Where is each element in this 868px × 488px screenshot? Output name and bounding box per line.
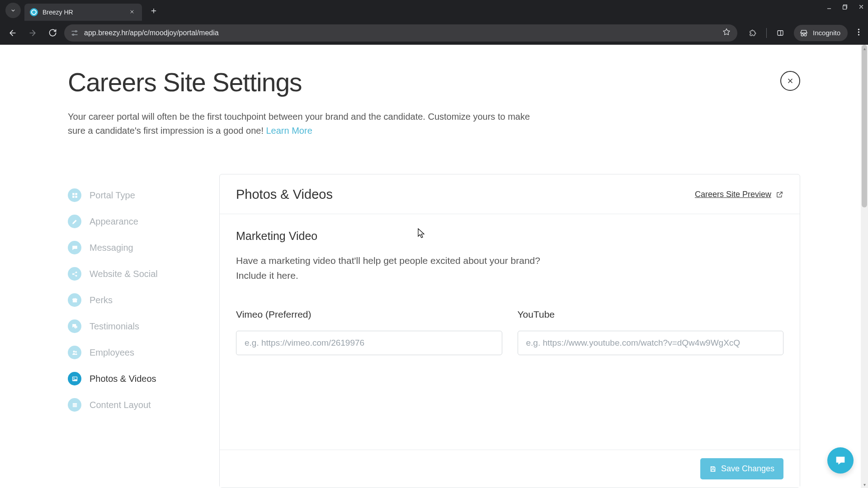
- page-header: Careers Site Settings Your career portal…: [68, 67, 800, 138]
- grid-icon: [68, 188, 81, 202]
- browser-menu-button[interactable]: [854, 28, 863, 38]
- card-body: Marketing Video Have a marketing video t…: [220, 214, 800, 488]
- svg-rect-1: [843, 5, 847, 9]
- youtube-label: YouTube: [518, 309, 784, 320]
- maximize-button[interactable]: [842, 4, 848, 10]
- bookmark-button[interactable]: [722, 28, 731, 38]
- card-header: Photos & Videos Careers Site Preview: [220, 174, 800, 214]
- list-icon: [68, 398, 81, 412]
- svg-rect-12: [75, 193, 77, 195]
- tab-strip: Breezy HR: [0, 0, 868, 21]
- svg-point-9: [858, 31, 859, 33]
- sidebar-item-portal-type[interactable]: Portal Type: [68, 182, 206, 208]
- comments-icon: [68, 319, 81, 333]
- incognito-label: Incognito: [813, 29, 840, 37]
- card-heading: Photos & Videos: [236, 187, 333, 202]
- browser-tab[interactable]: Breezy HR: [24, 4, 142, 21]
- window-controls: [826, 4, 864, 10]
- external-link-icon: [776, 191, 783, 198]
- svg-rect-26: [73, 406, 77, 407]
- arrow-left-icon: [8, 28, 17, 38]
- sidebar-item-photos-videos[interactable]: Photos & Videos: [68, 366, 206, 392]
- learn-more-link[interactable]: Learn More: [266, 126, 312, 136]
- sidebar-item-label: Photos & Videos: [90, 374, 156, 384]
- svg-point-8: [858, 28, 859, 30]
- svg-point-23: [73, 378, 74, 379]
- back-button[interactable]: [5, 25, 21, 41]
- sidepanel-icon: [776, 29, 784, 37]
- sidebar-item-label: Content Layout: [90, 400, 151, 410]
- chat-icon: [68, 241, 81, 254]
- sidebar-item-label: Messaging: [90, 243, 133, 253]
- save-changes-button[interactable]: Save Changes: [700, 458, 783, 479]
- vimeo-input[interactable]: [236, 331, 502, 355]
- sidebar-item-employees[interactable]: Employees: [68, 339, 206, 366]
- browser-chrome: Breezy HR app.breezy.hr/app/c/moodjoy/po…: [0, 0, 868, 45]
- chevron-down-icon: [10, 7, 16, 14]
- incognito-indicator[interactable]: Incognito: [794, 25, 848, 41]
- sidebar-item-label: Employees: [90, 347, 134, 358]
- sidebar-item-label: Portal Type: [90, 190, 135, 201]
- chat-widget-button[interactable]: [827, 447, 854, 474]
- gift-icon: [68, 293, 81, 307]
- svg-point-3: [73, 34, 74, 35]
- minimize-icon: [826, 4, 832, 10]
- site-info-button[interactable]: [71, 29, 79, 37]
- close-icon: [129, 9, 135, 14]
- toolbar-divider: [766, 28, 767, 38]
- svg-point-17: [75, 275, 77, 276]
- plus-icon: [150, 7, 157, 14]
- svg-point-10: [858, 34, 859, 35]
- reload-button[interactable]: [44, 25, 61, 41]
- reload-icon: [48, 28, 57, 37]
- new-tab-button[interactable]: [150, 6, 157, 17]
- tab-search-button[interactable]: [5, 3, 21, 18]
- save-icon: [709, 465, 717, 473]
- youtube-input[interactable]: [518, 331, 784, 355]
- sidebar-item-messaging[interactable]: Messaging: [68, 235, 206, 261]
- window-close-button[interactable]: [858, 4, 864, 10]
- svg-rect-18: [73, 300, 77, 302]
- puzzle-icon: [749, 29, 757, 37]
- url-text: app.breezy.hr/app/c/moodjoy/portal/media: [84, 29, 717, 37]
- sidebar-item-content-layout[interactable]: Content Layout: [68, 392, 206, 418]
- vimeo-label: Vimeo (Preferred): [236, 309, 502, 320]
- maximize-icon: [842, 4, 848, 10]
- dots-vertical-icon: [858, 28, 860, 36]
- arrow-right-icon: [28, 28, 37, 38]
- section-description: Have a marketing video that'll help get …: [236, 253, 548, 283]
- sidebar-item-appearance[interactable]: Appearance: [68, 208, 206, 235]
- careers-site-preview-link[interactable]: Careers Site Preview: [695, 190, 783, 199]
- page-content: Careers Site Settings Your career portal…: [0, 45, 868, 488]
- address-bar: app.breezy.hr/app/c/moodjoy/portal/media…: [0, 21, 868, 45]
- scroll-up-button[interactable]: ▴: [861, 45, 868, 52]
- pencil-icon: [68, 215, 81, 228]
- svg-point-7: [804, 33, 807, 36]
- side-panel-button[interactable]: [773, 26, 788, 40]
- minimize-button[interactable]: [826, 4, 832, 10]
- sidebar-item-label: Testimonials: [90, 321, 139, 332]
- sidebar-item-testimonials[interactable]: Testimonials: [68, 313, 206, 339]
- svg-point-20: [73, 351, 75, 352]
- svg-point-16: [75, 272, 77, 273]
- card-footer: Save Changes: [220, 450, 800, 488]
- sidebar-item-label: Appearance: [90, 216, 138, 227]
- sidebar-item-website-social[interactable]: Website & Social: [68, 261, 206, 287]
- scrollbar-thumb[interactable]: [862, 45, 867, 207]
- settings-card: Photos & Videos Careers Site Preview Mar…: [219, 174, 800, 488]
- sidebar-item-label: Perks: [90, 295, 113, 305]
- extensions-button[interactable]: [745, 26, 760, 40]
- tab-close-button[interactable]: [127, 6, 137, 18]
- star-icon: [722, 28, 731, 37]
- svg-rect-24: [73, 403, 77, 404]
- sidebar-item-perks[interactable]: Perks: [68, 287, 206, 313]
- svg-point-21: [75, 351, 76, 352]
- page-description: Your career portal will often be the fir…: [68, 110, 547, 138]
- close-settings-button[interactable]: [780, 71, 800, 91]
- omnibox[interactable]: app.breezy.hr/app/c/moodjoy/portal/media: [64, 24, 737, 42]
- scrollbar-track[interactable]: [861, 45, 868, 488]
- forward-button[interactable]: [24, 25, 41, 41]
- image-icon: [68, 372, 81, 385]
- close-icon: [858, 4, 864, 10]
- scroll-down-button[interactable]: ▾: [861, 481, 868, 488]
